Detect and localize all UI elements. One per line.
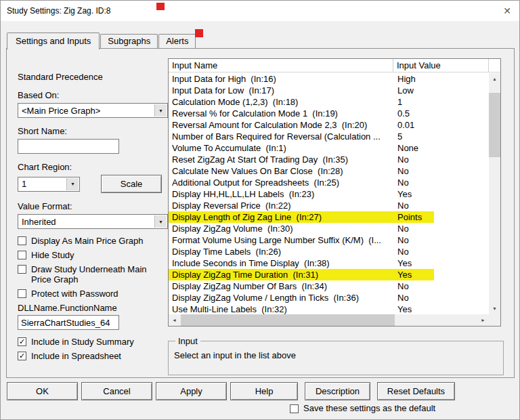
- input-row[interactable]: Display ZigZag Number Of Bars (In:34)No: [169, 280, 489, 292]
- input-row[interactable]: Volume To Accumulate (In:1)None: [169, 142, 489, 154]
- horizontal-scrollbar[interactable]: ◄ ►: [169, 314, 489, 326]
- input-row[interactable]: Reversal % for Calculation Mode 1 (In:19…: [169, 108, 489, 119]
- input-row[interactable]: Reset ZigZag At Start Of Trading Day (In…: [169, 154, 489, 165]
- input-name-cell: Reversal % for Calculation Mode 1 (In:19…: [169, 108, 393, 119]
- scroll-down-icon[interactable]: ▼: [489, 303, 500, 314]
- checkbox-box[interactable]: [290, 404, 299, 413]
- chart-region-row: 1 ▼ Scale: [18, 175, 168, 193]
- tab-bar: Settings and InputsSubgraphsAlerts: [7, 33, 196, 48]
- checkbox-include-in-spreadsheet[interactable]: ✓Include in Spreadsheet: [18, 351, 168, 361]
- input-row[interactable]: Calculate New Values On Bar Close (In:28…: [169, 165, 489, 177]
- cancel-button[interactable]: Cancel: [81, 382, 152, 400]
- input-value-column-header[interactable]: Input Value: [393, 59, 489, 72]
- input-row[interactable]: Display ZigZag Volume (In:30)No: [169, 223, 489, 234]
- input-row[interactable]: Input Data for Low (In:17)Low: [169, 85, 489, 96]
- chevron-down-icon[interactable]: ▼: [154, 104, 167, 117]
- input-name-column-header[interactable]: Input Name: [169, 59, 393, 72]
- input-row[interactable]: Display Reversal Price (In:22)No: [169, 200, 489, 211]
- input-value-cell: No: [393, 280, 489, 292]
- vertical-scroll-thumb[interactable]: [489, 93, 500, 157]
- scale-button[interactable]: Scale: [101, 175, 162, 193]
- input-group-box: Input Select an input in the list above: [168, 336, 504, 375]
- based-on-select[interactable]: <Main Price Graph> ▼: [18, 103, 168, 118]
- checkbox-box[interactable]: [18, 265, 26, 274]
- input-value-cell: 0.5: [393, 108, 489, 119]
- input-row[interactable]: Display ZigZag Volume / Length in Ticks …: [169, 292, 489, 303]
- horizontal-scroll-thumb[interactable]: [181, 314, 395, 326]
- input-row[interactable]: Display Time Labels (In:26)No: [169, 246, 489, 257]
- ok-button[interactable]: OK: [7, 382, 78, 400]
- horizontal-scroll-track[interactable]: [180, 314, 477, 326]
- checkbox-label: Protect with Password: [31, 289, 118, 299]
- scroll-left-icon[interactable]: ◄: [169, 314, 180, 326]
- checkbox-hide-study[interactable]: Hide Study: [18, 250, 168, 260]
- tab-alerts[interactable]: Alerts: [158, 34, 196, 48]
- window-title: Study Settings: Zig Zag. ID:8: [1, 6, 110, 16]
- checkbox-save-these-settings-as-the-default[interactable]: Save these settings as the default: [290, 403, 435, 413]
- inputs-rows: Input Data for High (In:16)HighInput Dat…: [169, 73, 489, 314]
- dll-function-name-label: DLLName.FunctionName: [18, 303, 168, 313]
- input-row[interactable]: Input Data for High (In:16)High: [169, 73, 489, 85]
- checkbox-box[interactable]: [18, 289, 26, 298]
- checkbox-label: Hide Study: [31, 250, 74, 260]
- red-annotation-marker: [195, 29, 203, 37]
- input-row[interactable]: Additional Output for Spreadsheets (In:2…: [169, 177, 489, 188]
- input-row[interactable]: Display HH,HL,LL,LH Labels (In:23)Yes: [169, 188, 489, 200]
- checkbox-box[interactable]: ✓: [18, 337, 26, 346]
- value-format-value: Inherited: [22, 217, 56, 227]
- input-row[interactable]: Format Volume Using Large Number Suffix …: [169, 234, 489, 246]
- short-name-input[interactable]: [18, 139, 119, 154]
- input-row[interactable]: Display ZigZag Time Duration (In:31)Yes: [169, 269, 489, 280]
- checkbox-box[interactable]: [18, 251, 26, 259]
- based-on-value: <Main Price Graph>: [22, 106, 100, 116]
- checkbox-label: Include in Spreadsheet: [31, 351, 121, 361]
- checkbox-draw-study-underneath-main-price-graph[interactable]: Draw Study Underneath Main Price Graph: [18, 264, 168, 285]
- vertical-scrollbar[interactable]: ▲ ▼: [489, 73, 500, 314]
- checkbox-protect-with-password[interactable]: Protect with Password: [18, 289, 168, 299]
- input-value-cell: Points: [393, 211, 489, 223]
- input-name-cell: Additional Output for Spreadsheets (In:2…: [169, 177, 393, 188]
- input-name-cell: Display ZigZag Number Of Bars (In:34): [169, 280, 393, 292]
- input-name-cell: Reversal Amount for Calculation Mode 2,3…: [169, 119, 393, 131]
- apply-button[interactable]: Apply: [156, 382, 227, 400]
- help-button[interactable]: Help: [230, 382, 298, 400]
- input-value-cell: No: [393, 223, 489, 234]
- input-row[interactable]: Number of Bars Required for Reversal (Ca…: [169, 131, 489, 142]
- dll-function-name-input[interactable]: [18, 315, 119, 330]
- reset-defaults-button[interactable]: Reset Defaults: [377, 382, 455, 400]
- checkbox-display-as-main-price-graph[interactable]: Display As Main Price Graph: [18, 236, 168, 246]
- input-row[interactable]: Calculation Mode (1,2,3) (In:18)1: [169, 96, 489, 108]
- scroll-right-icon[interactable]: ►: [477, 314, 489, 326]
- tab-subgraphs[interactable]: Subgraphs: [100, 34, 158, 48]
- close-icon[interactable]: ✕: [503, 5, 511, 16]
- study-settings-dialog: Study Settings: Zig Zag. ID:8 ✕ Settings…: [0, 0, 520, 420]
- input-name-cell: Display Length of Zig Zag Line (In:27): [169, 211, 393, 223]
- input-row[interactable]: Use Multi-Line Labels (In:32)Yes: [169, 303, 489, 314]
- input-name-cell: Display ZigZag Time Duration (In:31): [169, 269, 393, 280]
- input-value-cell: Yes: [393, 188, 489, 200]
- description-button[interactable]: Description: [305, 382, 370, 400]
- checkbox-include-in-study-summary[interactable]: ✓Include in Study Summary: [18, 337, 168, 347]
- scroll-up-icon[interactable]: ▲: [489, 73, 500, 85]
- option-checkbox-list: Display As Main Price GraphHide StudyDra…: [18, 236, 168, 299]
- standard-precedence-label: Standard Precedence: [18, 72, 168, 82]
- chart-region-select[interactable]: 1 ▼: [18, 177, 80, 192]
- input-value-cell: Yes: [393, 269, 489, 280]
- chevron-down-icon[interactable]: ▼: [154, 215, 167, 228]
- tab-settings-and-inputs[interactable]: Settings and Inputs: [7, 33, 100, 49]
- value-format-select[interactable]: Inherited ▼: [18, 214, 168, 229]
- input-value-cell: 1: [393, 96, 489, 108]
- input-row[interactable]: Reversal Amount for Calculation Mode 2,3…: [169, 119, 489, 131]
- input-value-cell: No: [393, 234, 489, 246]
- checkbox-label: Display As Main Price Graph: [31, 236, 143, 246]
- input-row[interactable]: Display Length of Zig Zag Line (In:27)Po…: [169, 211, 489, 223]
- title-bar: Study Settings: Zig Zag. ID:8 ✕: [1, 1, 519, 21]
- checkbox-box[interactable]: ✓: [18, 352, 26, 360]
- chevron-down-icon[interactable]: ▼: [66, 178, 79, 190]
- study-inputs-list: Input Name Input Value Input Data for Hi…: [168, 58, 501, 327]
- input-name-cell: Volume To Accumulate (In:1): [169, 142, 393, 154]
- input-row[interactable]: Include Seconds in Time Display (In:38)Y…: [169, 257, 489, 269]
- input-value-cell: Yes: [393, 257, 489, 269]
- checkbox-box[interactable]: [18, 236, 26, 245]
- input-name-cell: Input Data for Low (In:17): [169, 85, 393, 96]
